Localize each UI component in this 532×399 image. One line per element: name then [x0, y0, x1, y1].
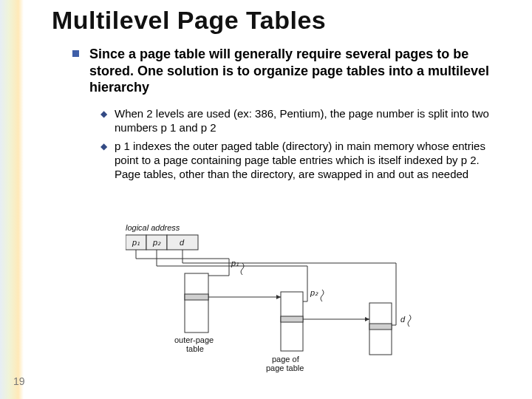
bullet-level1-text: Since a page table will generally requir… [89, 46, 494, 96]
bullet-level1: Since a page table will generally requir… [72, 46, 494, 96]
svg-text:d: d [400, 315, 406, 324]
bullet-level2-text: p 1 indexes the outer paged table (direc… [115, 139, 494, 182]
bullet-level2: ◆ When 2 levels are used (ex: 386, Penti… [100, 106, 494, 134]
page-of-page-table: page of page table [266, 292, 304, 372]
cell-p2: p₂ [152, 238, 161, 247]
cell-d: d [180, 238, 185, 247]
svg-rect-10 [185, 273, 208, 332]
slide-edge-gradient [0, 0, 24, 399]
slide-content: Since a page table will generally requir… [72, 46, 494, 185]
logical-address-box: p₁ p₂ d [126, 235, 198, 250]
svg-marker-13 [276, 295, 281, 299]
page-of-pt-label-line1: page of [272, 355, 300, 364]
outer-page-label-line2: table [186, 344, 204, 353]
svg-marker-18 [365, 317, 369, 321]
cell-p1: p₁ [132, 238, 140, 247]
bullet-level2-text: When 2 levels are used (ex: 386, Pentium… [115, 106, 494, 134]
diamond-bullet-icon: ◆ [100, 141, 107, 151]
outer-page-table: outer-page table [174, 273, 214, 353]
outer-page-label-line1: outer-page [174, 335, 214, 344]
svg-rect-16 [281, 316, 303, 322]
svg-rect-11 [185, 294, 208, 300]
diamond-bullet-icon: ◆ [100, 109, 107, 119]
page-table-diagram: logical address p₁ p₂ d [126, 222, 436, 377]
page-number: 19 [13, 375, 25, 387]
square-bullet-icon [72, 50, 79, 57]
svg-text:p₂: p₂ [310, 288, 318, 297]
logical-address-label: logical address [126, 223, 180, 232]
page-of-pt-label-line2: page table [266, 364, 304, 372]
svg-rect-21 [369, 324, 392, 330]
slide-title: Multilevel Page Tables [52, 6, 326, 35]
bullet-level2: ◆ p 1 indexes the outer paged table (dir… [100, 139, 494, 182]
final-frame [369, 303, 392, 355]
